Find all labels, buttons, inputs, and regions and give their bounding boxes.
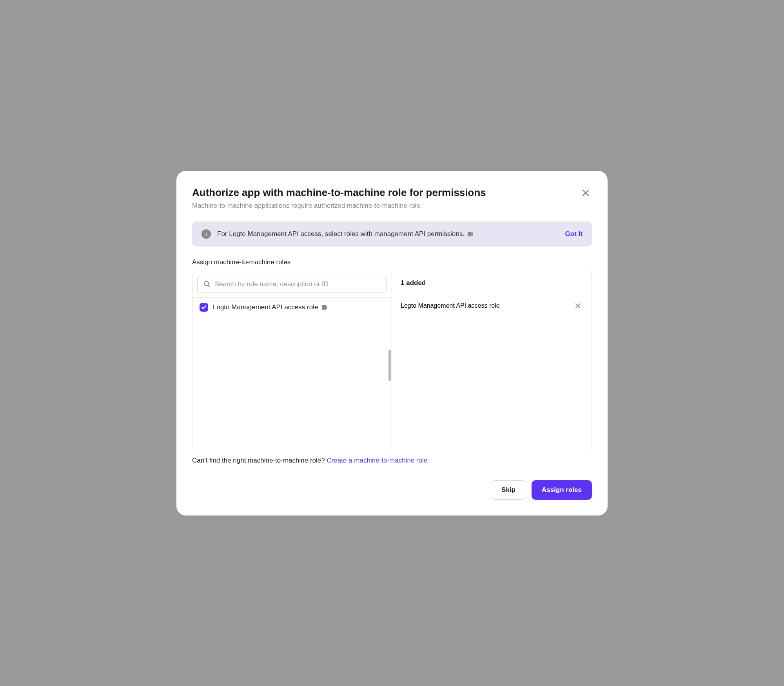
roles-container: Logto Management API access role 1 added…: [192, 271, 592, 451]
role-name-label: Logto Management API access role: [213, 303, 318, 311]
section-label: Assign machine-to-machine roles: [192, 258, 592, 266]
create-role-link[interactable]: Create a machine-to-machine role: [327, 457, 427, 464]
info-icon: i: [201, 229, 211, 239]
banner-text: For Logto Management API access, select …: [217, 230, 559, 238]
skip-button[interactable]: Skip: [491, 480, 526, 500]
modal-footer: Skip Assign roles: [192, 480, 592, 500]
title-group: Authorize app with machine-to-machine ro…: [192, 187, 579, 210]
role-name: Logto Management API access role: [213, 303, 328, 311]
search-input[interactable]: [215, 280, 381, 288]
added-count-header: 1 added: [392, 271, 592, 295]
got-it-button[interactable]: Got It: [565, 230, 583, 238]
authorize-role-modal: Authorize app with machine-to-machine ro…: [176, 171, 608, 515]
svg-line-5: [208, 285, 210, 287]
svg-rect-2: [468, 232, 472, 236]
search-box[interactable]: [197, 276, 387, 292]
assign-roles-button[interactable]: Assign roles: [532, 480, 592, 500]
scrollbar[interactable]: [388, 350, 391, 381]
search-wrapper: [192, 271, 392, 298]
role-item[interactable]: Logto Management API access role: [192, 298, 392, 317]
search-icon: [203, 280, 211, 288]
close-icon: [581, 188, 590, 198]
api-icon: [321, 304, 328, 311]
modal-title: Authorize app with machine-to-machine ro…: [192, 187, 579, 199]
role-checkbox[interactable]: [200, 303, 208, 312]
close-icon: [574, 302, 581, 309]
modal-subtitle: Machine-to-machine applications require …: [192, 202, 579, 210]
svg-rect-3: [472, 232, 473, 236]
svg-rect-6: [322, 305, 326, 310]
helper-text: Can't find the right machine-to-machine …: [192, 457, 592, 465]
selected-roles-panel: 1 added Logto Management API access role: [392, 271, 592, 451]
banner-text-label: For Logto Management API access, select …: [217, 230, 465, 238]
available-roles-panel: Logto Management API access role: [192, 271, 392, 451]
modal-header: Authorize app with machine-to-machine ro…: [192, 187, 592, 210]
info-banner: i For Logto Management API access, selec…: [192, 221, 592, 247]
selected-role-item: Logto Management API access role: [392, 295, 592, 316]
svg-rect-7: [326, 306, 327, 309]
selected-role-name: Logto Management API access role: [401, 302, 500, 309]
helper-text-label: Can't find the right machine-to-machine …: [192, 457, 327, 464]
api-icon: [467, 230, 474, 238]
remove-role-button[interactable]: [573, 301, 583, 311]
close-button[interactable]: [579, 187, 592, 199]
check-icon: [201, 305, 207, 310]
